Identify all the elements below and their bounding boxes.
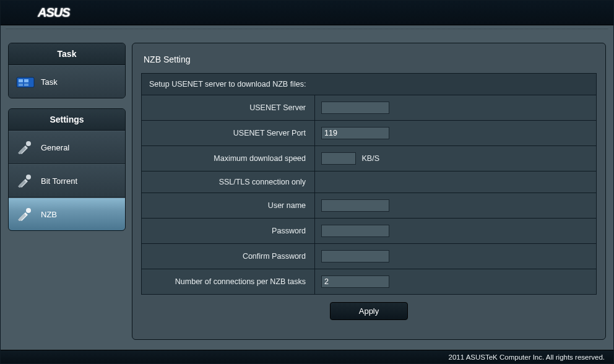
sidebar-section-settings: Settings General: [8, 108, 126, 231]
field-label: Confirm Password: [142, 244, 315, 269]
page-title: NZB Setting: [144, 54, 597, 64]
svg-rect-2: [24, 79, 28, 82]
brand-logo: ASUS: [38, 6, 70, 20]
ssl-only-value: [315, 171, 597, 193]
confirm-password-input[interactable]: [321, 250, 389, 262]
field-label: USENET Server: [142, 95, 315, 121]
password-input[interactable]: [321, 225, 389, 237]
sidebar: Task Task Settings: [8, 43, 126, 340]
table-row: USENET Server Port: [142, 121, 597, 146]
username-input[interactable]: [321, 199, 389, 212]
table-row: User name: [142, 193, 597, 219]
svg-rect-1: [19, 79, 23, 82]
svg-point-6: [26, 175, 31, 180]
sidebar-item-general[interactable]: General: [9, 131, 125, 164]
field-label: Number of connections per NZB tasks: [142, 269, 315, 295]
table-row: Maximum download speed KB/S: [142, 146, 597, 171]
speed-unit: KB/S: [361, 154, 379, 163]
sidebar-item-bittorrent[interactable]: Bit Torrent: [9, 164, 125, 197]
wrench-icon: [16, 173, 35, 188]
wrench-icon: [16, 140, 35, 155]
usenet-server-input[interactable]: [321, 102, 389, 114]
footer-bar: 2011 ASUSTeK Computer Inc. All rights re…: [1, 350, 613, 363]
table-row: Confirm Password: [142, 244, 597, 269]
table-section-header: Setup USENET server to download NZB file…: [142, 74, 597, 95]
section-desc: Setup USENET server to download NZB file…: [142, 74, 597, 95]
max-speed-input[interactable]: [321, 152, 356, 165]
field-label: SSL/TLS connection only: [142, 171, 315, 193]
sidebar-item-label: Task: [41, 77, 58, 87]
usenet-port-input[interactable]: [321, 127, 389, 139]
table-row: Password: [142, 219, 597, 244]
task-icon: [16, 74, 35, 89]
settings-table: Setup USENET server to download NZB file…: [141, 73, 597, 295]
content-panel: NZB Setting Setup USENET server to downl…: [132, 43, 606, 340]
sidebar-item-label: Bit Torrent: [41, 176, 77, 186]
sidebar-header-settings: Settings: [9, 109, 125, 131]
svg-point-5: [26, 141, 31, 146]
connections-input[interactable]: [321, 275, 389, 288]
svg-rect-3: [19, 84, 23, 86]
field-label: USENET Server Port: [142, 121, 315, 146]
svg-rect-4: [24, 84, 28, 86]
sidebar-item-task[interactable]: Task: [9, 65, 125, 98]
table-row: Number of connections per NZB tasks: [142, 269, 597, 295]
sidebar-item-label: NZB: [41, 210, 57, 219]
header-bar: ASUS: [1, 1, 613, 25]
sidebar-item-label: General: [41, 143, 69, 152]
table-row: USENET Server: [142, 95, 597, 121]
wrench-icon: [16, 207, 35, 222]
apply-button[interactable]: Apply: [330, 302, 409, 320]
svg-point-7: [26, 208, 31, 213]
field-label: Password: [142, 219, 315, 244]
header-separator: [6, 28, 608, 29]
footer-text: 2011 ASUSTeK Computer Inc. All rights re…: [449, 353, 605, 361]
sidebar-section-task: Task Task: [8, 43, 126, 98]
field-label: Maximum download speed: [142, 146, 315, 171]
sidebar-header-task: Task: [9, 43, 125, 65]
table-row: SSL/TLS connection only: [142, 171, 597, 193]
field-label: User name: [142, 193, 315, 219]
sidebar-item-nzb[interactable]: NZB: [9, 197, 125, 230]
